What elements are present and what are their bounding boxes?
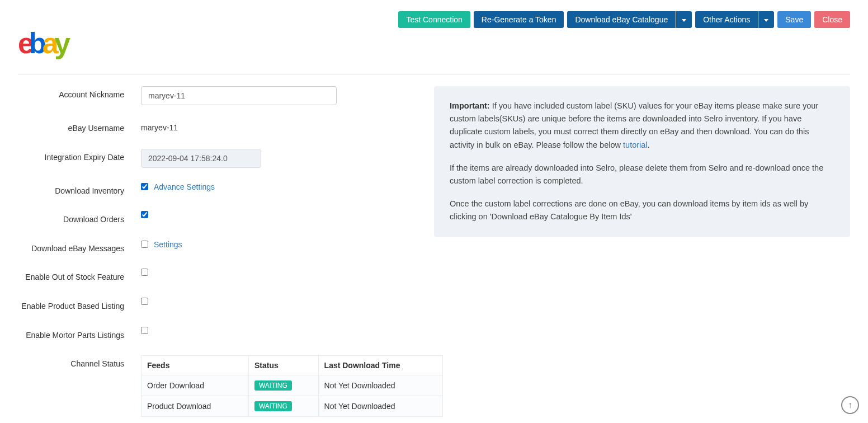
out-of-stock-checkbox[interactable] — [141, 269, 148, 276]
ebay-username-label: eBay Username — [18, 120, 124, 134]
regenerate-token-button[interactable]: Re-Generate a Token — [474, 11, 564, 28]
important-strong: Important: — [450, 101, 490, 110]
settings-form: Account Nickname eBay Username maryev-11… — [18, 86, 434, 417]
ebay-username-value: maryev-11 — [141, 120, 443, 132]
other-actions-button[interactable]: Other Actions — [695, 11, 758, 28]
tutorial-link[interactable]: tutorial — [623, 140, 648, 149]
info-para2: If the items are already downloaded into… — [450, 162, 834, 187]
download-catalogue-split-button: Download eBay Catalogue — [567, 11, 692, 28]
table-header-last: Last Download Time — [318, 356, 442, 375]
download-orders-checkbox[interactable] — [141, 211, 148, 218]
download-messages-checkbox[interactable] — [141, 241, 148, 248]
motor-parts-label: Enable Mortor Parts Listings — [18, 327, 124, 341]
messages-settings-link[interactable]: Settings — [154, 240, 182, 249]
table-row: Order Download WAITING Not Yet Downloade… — [141, 375, 443, 396]
account-nickname-input[interactable] — [141, 86, 337, 105]
test-connection-button[interactable]: Test Connection — [398, 11, 470, 28]
close-button[interactable]: Close — [814, 11, 850, 28]
account-nickname-label: Account Nickname — [18, 86, 124, 101]
last-download-cell: Not Yet Downloaded — [318, 375, 442, 396]
ebay-logo: ebay — [18, 27, 105, 63]
product-based-label: Enable Product Based Listing — [18, 298, 124, 312]
download-catalogue-button[interactable]: Download eBay Catalogue — [567, 11, 676, 28]
status-badge: WAITING — [254, 380, 292, 391]
chevron-down-icon — [682, 19, 686, 22]
channel-status-label: Channel Status — [18, 355, 124, 370]
info-period: . — [648, 140, 650, 149]
feed-cell: Order Download — [141, 375, 249, 396]
out-of-stock-label: Enable Out of Stock Feature — [18, 269, 124, 283]
svg-text:ebay: ebay — [18, 27, 70, 59]
product-based-checkbox[interactable] — [141, 298, 148, 305]
chevron-down-icon — [764, 19, 768, 22]
feed-cell: Product Download — [141, 396, 249, 417]
table-row: Product Download WAITING Not Yet Downloa… — [141, 396, 443, 417]
table-header-status: Status — [248, 356, 318, 375]
other-actions-dropdown-toggle[interactable] — [758, 11, 774, 28]
ebay-logo-icon: ebay — [18, 27, 105, 62]
top-action-bar: Test Connection Re-Generate a Token Down… — [18, 11, 850, 28]
scroll-to-top-button[interactable]: ↑ — [841, 396, 859, 414]
table-header-feeds: Feeds — [141, 356, 249, 375]
important-info-box: Important: If you have included custom l… — [434, 86, 850, 237]
info-para3: Once the custom label corrections are do… — [450, 198, 834, 223]
other-actions-split-button: Other Actions — [695, 11, 774, 28]
download-messages-label: Download eBay Messages — [18, 240, 124, 255]
download-catalogue-dropdown-toggle[interactable] — [676, 11, 692, 28]
channel-status-table: Feeds Status Last Download Time Order Do… — [141, 355, 443, 417]
status-badge: WAITING — [254, 401, 292, 411]
expiry-date-input — [141, 149, 261, 168]
motor-parts-checkbox[interactable] — [141, 327, 148, 334]
expiry-date-label: Integration Expiry Date — [18, 149, 124, 163]
download-inventory-label: Download Inventory — [18, 182, 124, 197]
arrow-up-icon: ↑ — [848, 400, 852, 410]
download-orders-label: Download Orders — [18, 211, 124, 225]
save-button[interactable]: Save — [777, 11, 811, 28]
download-inventory-checkbox[interactable] — [141, 183, 148, 190]
last-download-cell: Not Yet Downloaded — [318, 396, 442, 417]
advance-settings-link[interactable]: Advance Settings — [154, 182, 215, 191]
